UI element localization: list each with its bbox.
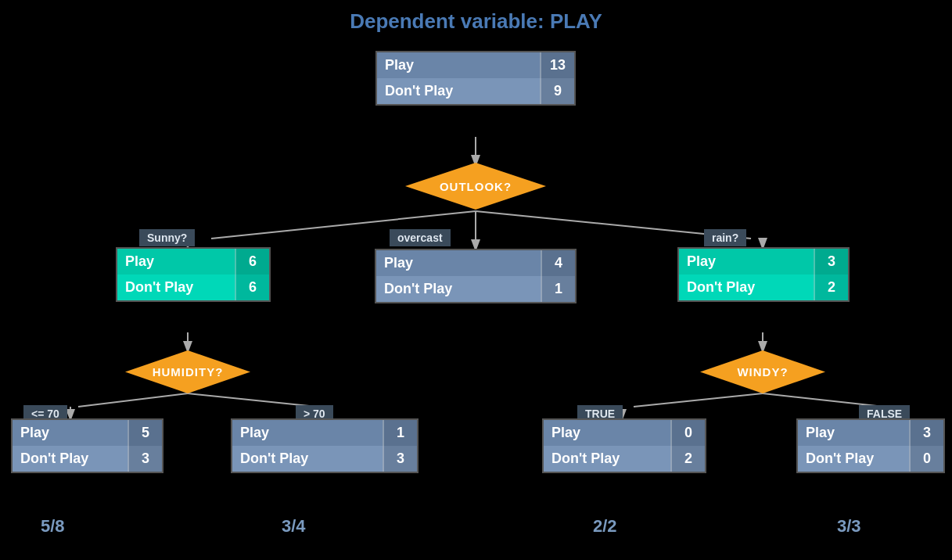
root-node: Play 13 Don't Play 9 — [375, 51, 576, 106]
leaf-rl: Play 0 Don't Play 2 — [542, 418, 706, 473]
sunny-dont-label: Don't Play — [117, 275, 235, 300]
edge-overcast: overcast — [390, 229, 451, 246]
root-dont-value: 9 — [540, 78, 574, 104]
outlook-diamond: OUTLOOK? — [405, 163, 546, 210]
sunny-play-label: Play — [117, 249, 235, 275]
leaf-rr-play-label: Play — [798, 420, 909, 446]
leaf-ll-play-label: Play — [13, 420, 128, 446]
overcast-play-value: 4 — [541, 250, 575, 276]
svg-line-13 — [634, 393, 763, 407]
overcast-play-label: Play — [376, 250, 541, 276]
leaf-rl-dont-value: 2 — [670, 446, 705, 472]
edge-rain: rain? — [704, 229, 746, 246]
windy-diamond: WINDY? — [700, 350, 825, 393]
chart-container: Dependent variable: PLAY Play 13 Don't P… — [0, 0, 952, 560]
sunny-dont-value: 6 — [235, 275, 269, 300]
leaf-rr-dont-value: 0 — [909, 446, 943, 472]
edge-sunny: Sunny? — [139, 229, 195, 246]
sunny-node: Play 6 Don't Play 6 — [116, 247, 271, 302]
sunny-play-value: 6 — [235, 249, 269, 275]
overcast-dont-label: Don't Play — [376, 276, 541, 302]
page-title: Dependent variable: PLAY — [350, 9, 602, 34]
fraction-rr: 3/3 — [837, 516, 861, 537]
root-play-value: 13 — [540, 52, 574, 78]
leaf-ll-play-value: 5 — [128, 420, 162, 446]
overcast-dont-value: 1 — [541, 276, 575, 302]
root-dont-label: Don't Play — [377, 78, 540, 104]
humidity-diamond: HUMIDITY? — [125, 350, 250, 393]
rain-dont-value: 2 — [814, 275, 848, 300]
leaf-lr: Play 1 Don't Play 3 — [231, 418, 419, 473]
rain-play-label: Play — [679, 249, 814, 275]
leaf-ll: Play 5 Don't Play 3 — [11, 418, 163, 473]
fraction-ll: 5/8 — [41, 516, 65, 537]
overcast-node: Play 4 Don't Play 1 — [375, 249, 577, 303]
leaf-lr-play-label: Play — [232, 420, 383, 446]
leaf-lr-play-value: 1 — [383, 420, 417, 446]
humidity-label: HUMIDITY? — [153, 365, 224, 379]
leaf-rl-play-value: 0 — [670, 420, 705, 446]
leaf-lr-dont-label: Don't Play — [232, 446, 383, 472]
root-play-label: Play — [377, 52, 540, 78]
svg-line-8 — [78, 393, 188, 407]
rain-dont-label: Don't Play — [679, 275, 814, 300]
fraction-lr: 3/4 — [282, 516, 306, 537]
leaf-rl-play-label: Play — [544, 420, 670, 446]
leaf-rr-dont-label: Don't Play — [798, 446, 909, 472]
leaf-rl-dont-label: Don't Play — [544, 446, 670, 472]
outlook-label: OUTLOOK? — [440, 180, 512, 193]
rain-node: Play 3 Don't Play 2 — [677, 247, 850, 302]
leaf-rr-play-value: 3 — [909, 420, 943, 446]
leaf-rr: Play 3 Don't Play 0 — [796, 418, 945, 473]
fraction-rl: 2/2 — [593, 516, 617, 537]
leaf-ll-dont-label: Don't Play — [13, 446, 128, 472]
leaf-lr-dont-value: 3 — [383, 446, 417, 472]
windy-label: WINDY? — [737, 365, 788, 379]
leaf-ll-dont-value: 3 — [128, 446, 162, 472]
rain-play-value: 3 — [814, 249, 848, 275]
